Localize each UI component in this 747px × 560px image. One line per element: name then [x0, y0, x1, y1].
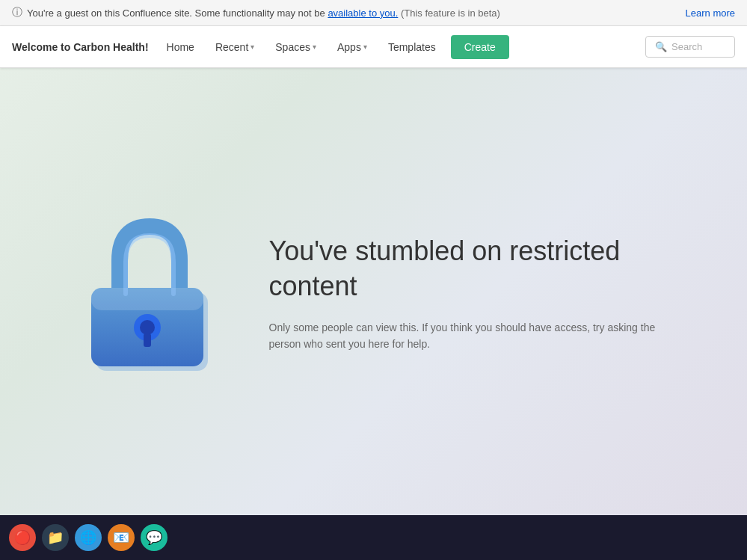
home-label: Home — [167, 41, 194, 53]
banner-text: You're a guest on this Confluence site. … — [27, 7, 678, 19]
apps-chevron-icon: ▾ — [363, 43, 367, 51]
beta-note: (This feature is in beta) — [401, 7, 500, 19]
taskbar: 🔴 📁 🌐 📧 💬 — [0, 515, 747, 560]
restricted-heading: You've stumbled on restricted content — [269, 234, 673, 304]
taskbar-icon-1[interactable]: 🔴 — [9, 524, 36, 551]
heading-line1: You've stumbled on restricted — [269, 236, 621, 266]
banner-info-text: You're a guest on this Confluence site. … — [27, 7, 325, 19]
navbar: Welcome to Carbon Health! Home Recent ▾ … — [0, 26, 747, 68]
info-icon: ⓘ — [12, 6, 22, 19]
svg-rect-2 — [91, 288, 203, 310]
create-button[interactable]: Create — [451, 35, 509, 59]
nav-templates[interactable]: Templates — [379, 35, 445, 59]
site-title: Welcome to Carbon Health! — [12, 41, 149, 53]
spaces-label: Spaces — [275, 41, 310, 53]
restricted-subtext: Only some people can view this. If you t… — [269, 319, 673, 353]
templates-label: Templates — [388, 41, 436, 53]
search-placeholder: Search — [671, 41, 702, 52]
search-box[interactable]: 🔍 Search — [645, 36, 735, 58]
learn-more-link[interactable]: Learn more — [686, 7, 735, 19]
recent-chevron-icon: ▾ — [250, 43, 254, 51]
nav-home[interactable]: Home — [158, 35, 203, 59]
main-content: You've stumbled on restricted content On… — [0, 68, 747, 519]
lock-illustration — [75, 212, 224, 376]
taskbar-icon-2[interactable]: 📁 — [42, 524, 69, 551]
nav-apps[interactable]: Apps ▾ — [328, 35, 376, 59]
available-link[interactable]: available to you. — [328, 7, 398, 19]
taskbar-icon-3[interactable]: 🌐 — [75, 524, 102, 551]
svg-rect-5 — [144, 333, 151, 347]
svg-point-4 — [140, 320, 155, 335]
spaces-chevron-icon: ▾ — [313, 43, 316, 51]
guest-banner: ⓘ You're a guest on this Confluence site… — [0, 0, 747, 26]
taskbar-icon-4[interactable]: 📧 — [108, 524, 135, 551]
restricted-text: You've stumbled on restricted content On… — [269, 234, 673, 352]
restricted-container: You've stumbled on restricted content On… — [75, 212, 673, 376]
heading-line2: content — [269, 271, 357, 301]
recent-label: Recent — [215, 41, 248, 53]
nav-spaces[interactable]: Spaces ▾ — [266, 35, 325, 59]
taskbar-icon-5[interactable]: 💬 — [141, 524, 167, 551]
apps-label: Apps — [337, 41, 361, 53]
search-icon: 🔍 — [655, 41, 667, 52]
nav-recent[interactable]: Recent ▾ — [206, 35, 263, 59]
